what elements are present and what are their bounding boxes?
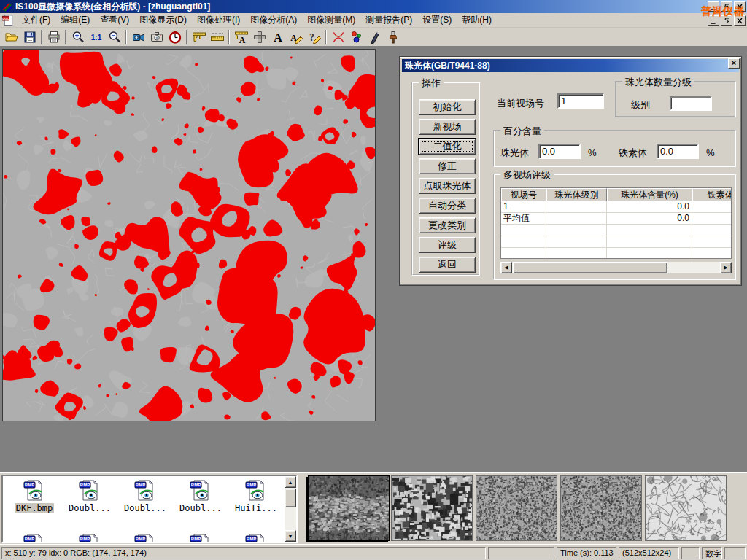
document-icon[interactable]: DOC (1, 14, 14, 26)
grid-tool-icon[interactable] (250, 28, 268, 46)
rating-table[interactable]: 视场号珠光体级别珠光体含量(%)铁素体含量(%)10.0平均值0.0 (500, 187, 732, 259)
actual-size-icon[interactable]: 1:1 (87, 28, 105, 46)
status-mode: 数字 (702, 547, 722, 559)
scroll-thumb[interactable] (513, 262, 667, 273)
thumbnail-4[interactable] (645, 475, 727, 541)
table-cell (546, 248, 607, 259)
caliper-icon[interactable] (190, 28, 208, 46)
grade-input[interactable] (670, 96, 712, 111)
file-item-0[interactable]: BMPDKF.bmp (7, 479, 61, 513)
file-item-1[interactable]: BMPDoubl... (63, 479, 117, 513)
binarize-button[interactable]: 二值化 (419, 139, 476, 155)
file-item-2[interactable]: BMPDoubl... (118, 479, 172, 513)
menu-item-1[interactable]: 编辑(E) (55, 12, 95, 28)
help-edit-icon[interactable]: ? (305, 28, 323, 46)
file-scroll-up-button[interactable]: ▲ (285, 476, 296, 488)
restore-button[interactable] (721, 1, 732, 12)
svg-text:1:1: 1:1 (90, 34, 101, 42)
file-item-3[interactable]: BMPDoubl... (174, 479, 228, 513)
particles-icon[interactable] (347, 28, 365, 46)
menu-item-7[interactable]: 测量报告(P) (360, 12, 417, 28)
curve-tool-icon[interactable] (329, 28, 347, 46)
init-button[interactable]: 初始化 (419, 99, 476, 115)
menu-item-3[interactable]: 图像显示(D) (134, 12, 192, 28)
table-row[interactable]: 10.0 (501, 201, 731, 213)
file-scroll-down-button[interactable]: ▼ (285, 530, 296, 542)
pearlite-dialog: 珠光体(GB/T9441-88) × 操作 初始化新视场二值化修正点取珠光体自动… (399, 56, 742, 286)
status-empty-1 (488, 547, 554, 559)
measure-text-icon[interactable]: A (232, 28, 250, 46)
menu-item-5[interactable]: 图像分析(A) (245, 12, 302, 28)
file-item-row2-2[interactable]: BMP (118, 533, 172, 543)
pearlite-percent-input[interactable] (538, 144, 581, 159)
menu-item-0[interactable]: 文件(F) (17, 12, 55, 28)
brush-icon[interactable] (384, 28, 402, 46)
camera-icon[interactable] (147, 28, 166, 46)
minimize-button[interactable] (708, 1, 719, 12)
zoom-in-icon[interactable] (69, 28, 87, 46)
file-name[interactable]: DKF.bmp (15, 503, 55, 513)
table-horizontal-scrollbar[interactable]: ◀ ▶ (500, 262, 732, 273)
menu-item-4[interactable]: 图像处理(I) (192, 12, 245, 28)
file-item-row2-3[interactable]: BMP (174, 533, 228, 543)
thumbnail-2[interactable] (476, 475, 557, 541)
micrograph-binarized-image[interactable] (2, 49, 376, 421)
file-item-row2-0[interactable]: BMP (7, 533, 61, 543)
new-field-button[interactable]: 新视场 (419, 119, 476, 135)
svg-text:A: A (274, 31, 282, 44)
menu-item-9[interactable]: 帮助(H) (457, 12, 497, 28)
menu-item-2[interactable]: 查看(V) (95, 12, 134, 28)
table-header-3[interactable]: 铁素体含量(%) (692, 188, 732, 201)
svg-text:BMP: BMP (136, 537, 145, 541)
open-folder-icon[interactable] (2, 28, 20, 46)
current-field-input[interactable] (557, 93, 604, 109)
table-row[interactable] (501, 225, 731, 236)
table-row[interactable] (501, 236, 731, 248)
mdi-close-button[interactable] (734, 15, 746, 26)
annotate-icon[interactable]: A (287, 28, 305, 46)
table-header-2[interactable]: 珠光体含量(%) (607, 188, 692, 201)
file-name[interactable]: Doubl... (178, 503, 223, 513)
toolbar: 1:1AAA? (0, 28, 747, 47)
scroll-left-button[interactable]: ◀ (500, 262, 512, 273)
ruler-icon[interactable] (208, 28, 226, 46)
dialog-close-button[interactable]: × (728, 58, 740, 69)
menu-item-6[interactable]: 图像测量(M) (302, 12, 360, 28)
pick-pearlite-button[interactable]: 点取珠光体 (419, 178, 476, 194)
auto-classify-button[interactable]: 自动分类 (419, 198, 476, 214)
file-name[interactable]: Doubl... (123, 503, 168, 513)
file-name[interactable]: HuiTi... (233, 503, 279, 513)
change-class-button[interactable]: 更改类别 (419, 217, 476, 233)
video-camera-icon[interactable] (129, 28, 147, 46)
thumbnail-1[interactable] (391, 475, 473, 541)
thumbnail-0[interactable] (308, 475, 390, 541)
close-button[interactable] (734, 1, 746, 12)
file-scrollbar[interactable]: ▲ ▼ (285, 476, 296, 542)
table-row[interactable] (501, 248, 731, 259)
return-button[interactable]: 返回 (419, 257, 476, 273)
file-item-row2-4[interactable]: BMP (229, 533, 283, 543)
thumbnail-3[interactable] (560, 475, 642, 541)
file-scroll-thumb[interactable] (285, 489, 296, 508)
file-name[interactable]: Doubl... (67, 503, 112, 513)
svg-text:DOC: DOC (2, 17, 9, 20)
ferrite-percent-input[interactable] (657, 144, 699, 159)
dialog-title-bar[interactable]: 珠光体(GB/T9441-88) (402, 59, 739, 72)
table-row[interactable]: 平均值0.0 (501, 213, 731, 225)
print-icon[interactable] (44, 28, 63, 46)
text-tool-icon[interactable]: A (268, 28, 287, 46)
correct-button[interactable]: 修正 (419, 158, 476, 174)
mdi-restore-button[interactable] (721, 15, 732, 26)
timer-icon[interactable] (166, 28, 184, 46)
save-icon[interactable] (20, 28, 39, 46)
file-item-4[interactable]: BMPHuiTi... (229, 479, 283, 513)
scroll-right-button[interactable]: ▶ (720, 262, 732, 273)
pen-tool-icon[interactable] (365, 28, 384, 46)
rate-button[interactable]: 评级 (419, 237, 476, 253)
menu-item-8[interactable]: 设置(S) (417, 12, 457, 28)
mdi-minimize-button[interactable] (708, 15, 719, 26)
file-item-row2-1[interactable]: BMP (63, 533, 117, 543)
table-header-1[interactable]: 珠光体级别 (546, 188, 607, 201)
zoom-out-icon[interactable] (105, 28, 123, 46)
table-header-0[interactable]: 视场号 (501, 188, 546, 201)
